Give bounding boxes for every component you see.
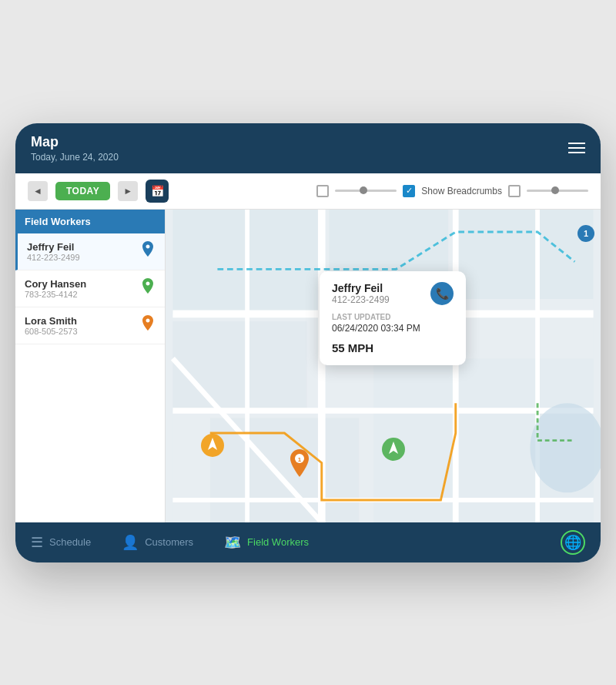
nav-field-workers[interactable]: 🗺️ Field Workers (224, 534, 309, 551)
popup-speed: 55 MPH (332, 341, 454, 354)
svg-rect-4 (172, 321, 306, 411)
worker-phone-1: 783-235-4142 (25, 290, 140, 299)
map-svg (166, 210, 601, 522)
nav-customers-label: Customers (145, 536, 193, 548)
next-button[interactable]: ► (118, 181, 138, 201)
worker-popup: Jeffry Feil 412-223-2499 📞 Last Updated … (320, 271, 466, 365)
page-title: Map (31, 134, 119, 150)
checkbox-right[interactable] (508, 185, 521, 197)
worker-phone-0: 412-223-2499 (27, 253, 140, 262)
nav-customers[interactable]: 👤 Customers (122, 534, 193, 551)
worker-icon-1 (140, 278, 156, 298)
customers-icon: 👤 (122, 534, 139, 551)
globe-button[interactable]: 🌐 (561, 530, 585, 555)
worker-item-2[interactable]: Lora Smith 608-505-2573 (15, 307, 165, 344)
nav-field-workers-label: Field Workers (247, 536, 309, 548)
sidebar-header: Field Workers (15, 210, 165, 233)
nav-schedule[interactable]: ☰ Schedule (31, 534, 91, 551)
worker-icon-2 (140, 315, 156, 335)
header-info: Map Today, June 24, 2020 (31, 134, 119, 163)
orange-marker-1[interactable] (200, 433, 225, 461)
sidebar: Field Workers Jeffry Feil 412-223-2499 C… (15, 210, 166, 522)
globe-icon: 🌐 (564, 534, 581, 551)
menu-button[interactable] (568, 143, 585, 153)
calendar-button[interactable]: 📅 (146, 180, 169, 203)
worker-item-0[interactable]: Jeffry Feil 412-223-2499 (15, 233, 165, 270)
slider-right[interactable] (527, 190, 588, 192)
app-device: Map Today, June 24, 2020 ◄ TODAY ► 📅 ✓ S… (15, 123, 601, 562)
map-area[interactable]: 1 (166, 210, 601, 522)
popup-last-updated-label: Last Updated (332, 313, 454, 321)
orange-pin-1[interactable]: 1 (289, 449, 310, 480)
main-content: Field Workers Jeffry Feil 412-223-2499 C… (15, 210, 601, 522)
worker-phone-2: 608-505-2573 (25, 327, 140, 336)
popup-last-updated-value: 06/24/2020 03:34 PM (332, 323, 454, 334)
popup-call-button[interactable]: 📞 (430, 282, 454, 305)
worker-name-2: Lora Smith (25, 315, 140, 327)
green-marker[interactable] (381, 437, 406, 465)
popup-worker-phone: 412-223-2499 (332, 294, 390, 305)
field-workers-icon: 🗺️ (224, 534, 241, 551)
worker-item-1[interactable]: Cory Hansen 783-235-4142 (15, 270, 165, 307)
svg-rect-3 (456, 210, 594, 299)
show-breadcrumbs-checkbox[interactable]: ✓ (403, 185, 415, 197)
checkbox-left[interactable] (316, 185, 329, 197)
popup-worker-name: Jeffry Feil (332, 282, 390, 294)
slider-left[interactable] (335, 190, 397, 192)
phone-icon: 📞 (436, 287, 449, 300)
app-header: Map Today, June 24, 2020 (15, 123, 601, 173)
prev-button[interactable]: ◄ (28, 181, 48, 201)
worker-name-0: Jeffry Feil (27, 241, 140, 253)
today-button[interactable]: TODAY (55, 182, 110, 200)
worker-name-1: Cory Hansen (25, 278, 140, 290)
header-date: Today, June 24, 2020 (31, 152, 119, 163)
svg-text:1: 1 (298, 456, 302, 463)
calendar-icon: 📅 (151, 185, 164, 197)
nav-schedule-label: Schedule (49, 536, 91, 548)
show-breadcrumbs-label: Show Breadcrumbs (421, 186, 502, 196)
schedule-icon: ☰ (31, 534, 43, 551)
bottom-nav: ☰ Schedule 👤 Customers 🗺️ Field Workers … (15, 522, 601, 562)
popup-header: Jeffry Feil 412-223-2499 📞 (332, 282, 454, 305)
breadcrumb-control: ✓ Show Breadcrumbs (316, 185, 588, 197)
toolbar: ◄ TODAY ► 📅 ✓ Show Breadcrumbs (15, 173, 601, 210)
worker-icon-0 (140, 241, 156, 261)
